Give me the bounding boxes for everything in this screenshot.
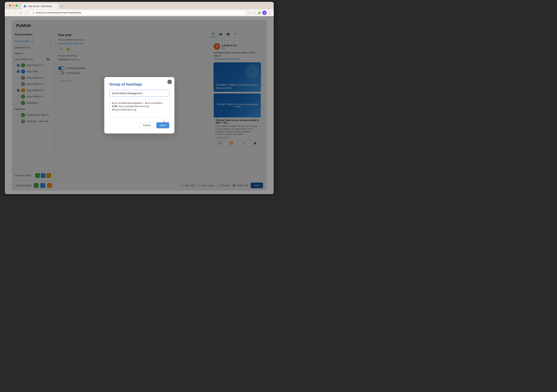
tab-title: Vista Social - Dashboard xyxy=(28,5,52,8)
address-bar[interactable]: 🔒 vistasocial.com/dashboard?openPublishM… xyxy=(30,10,245,15)
hashtags-textarea-container: #socialmediamanagement #socialmedia #SMM… xyxy=(109,99,169,119)
reload-button[interactable]: ↺ xyxy=(18,10,23,15)
browser-tab[interactable]: V Vista Social - Dashboard xyxy=(21,3,59,9)
modal-title: Group of hashtags xyxy=(109,82,169,87)
group-name-input[interactable] xyxy=(109,90,169,97)
main-content: Publish Social Profiles ≡ ‹ Select Profi… xyxy=(5,16,274,194)
lock-icon: 🔒 xyxy=(32,12,34,14)
address-text: vistasocial.com/dashboard?openPublishMod… xyxy=(36,11,81,14)
tab-favicon: V xyxy=(24,5,26,8)
extensions-icon[interactable]: 🧩 xyxy=(257,10,262,15)
cancel-button[interactable]: Cancel xyxy=(139,122,154,128)
red-arrow-icon: ↓ xyxy=(163,118,165,124)
new-tab-button[interactable]: + xyxy=(59,4,65,9)
modal-close-button[interactable]: × xyxy=(167,80,172,84)
tab-close-button[interactable] xyxy=(54,5,57,8)
address-actions: ↑ ☆ 🧩 A ⋮ xyxy=(247,10,272,15)
share-icon[interactable]: ↑ xyxy=(247,10,251,15)
traffic-lights xyxy=(7,3,20,8)
bookmark-icon[interactable]: ☆ xyxy=(252,10,256,15)
user-avatar-button[interactable]: A xyxy=(262,10,267,15)
modal-actions: Cancel Save xyxy=(109,122,169,128)
maximize-button[interactable] xyxy=(16,4,18,7)
window-chevron-icon: ⌄ xyxy=(267,6,270,9)
back-button[interactable]: ← xyxy=(7,10,11,15)
address-bar-row: ← → ↺ ⌂ 🔒 vistasocial.com/dashboard?open… xyxy=(5,9,274,16)
forward-button[interactable]: → xyxy=(13,10,17,15)
hashtag-group-modal: × Group of hashtags #socialmediamanageme… xyxy=(104,77,174,134)
home-button[interactable]: ⌂ xyxy=(24,10,29,15)
modal-overlay: × Group of hashtags #socialmediamanageme… xyxy=(5,16,274,194)
menu-icon[interactable]: ⋮ xyxy=(267,10,272,15)
close-button[interactable] xyxy=(9,4,11,7)
minimize-button[interactable] xyxy=(12,4,14,7)
hashtags-textarea[interactable]: #socialmediamanagement #socialmedia #SMM… xyxy=(109,99,169,118)
